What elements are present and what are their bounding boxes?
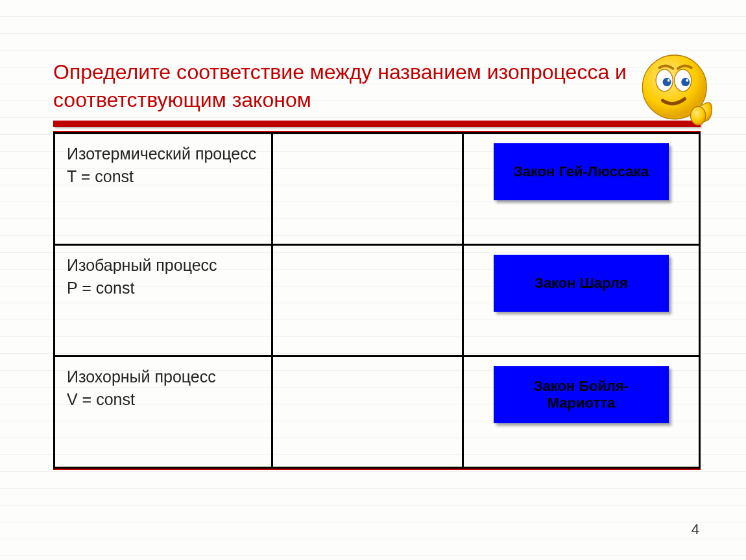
law-card[interactable]: Закон Гей-Люссака bbox=[494, 143, 669, 200]
law-cell: Закон Шарля bbox=[463, 245, 699, 356]
matching-table: Изотермический процесс T = const Закон Г… bbox=[53, 132, 701, 469]
svg-point-4 bbox=[681, 78, 690, 86]
process-cell: Изохорный процесс V = const bbox=[54, 356, 272, 468]
process-equation: T = const bbox=[67, 167, 259, 186]
table-row: Изобарный процесс P = const Закон Шарля bbox=[54, 245, 700, 356]
law-cell: Закон Бойля-Мариотта bbox=[463, 356, 699, 468]
process-cell: Изотермический процесс T = const bbox=[54, 134, 272, 245]
table-row: Изотермический процесс T = const Закон Г… bbox=[54, 134, 700, 245]
drop-target-cell[interactable] bbox=[272, 134, 463, 245]
law-card[interactable]: Закон Бойля-Мариотта bbox=[494, 366, 669, 423]
law-cell: Закон Гей-Люссака bbox=[463, 134, 699, 245]
drop-target-cell[interactable] bbox=[272, 245, 463, 356]
process-name: Изохорный процесс bbox=[67, 366, 259, 388]
drop-target-cell[interactable] bbox=[272, 356, 463, 468]
process-name: Изотермический процесс bbox=[67, 143, 259, 165]
bottom-rule bbox=[53, 469, 701, 470]
svg-point-7 bbox=[691, 106, 706, 125]
slide: Определите соответствие между названием … bbox=[0, 0, 746, 560]
svg-point-3 bbox=[663, 78, 671, 86]
page-number: 4 bbox=[692, 521, 699, 538]
process-name: Изобарный процесс bbox=[67, 255, 259, 276]
thinking-emoji-icon bbox=[636, 47, 720, 131]
process-equation: V = const bbox=[67, 390, 259, 409]
process-equation: P = const bbox=[67, 279, 259, 298]
slide-title: Определите соответствие между названием … bbox=[53, 58, 637, 114]
title-underline-thick bbox=[53, 121, 701, 127]
table-row: Изохорный процесс V = const Закон Бойля-… bbox=[54, 356, 700, 468]
law-card[interactable]: Закон Шарля bbox=[494, 255, 669, 312]
svg-point-5 bbox=[668, 79, 670, 82]
svg-point-6 bbox=[686, 79, 688, 82]
process-cell: Изобарный процесс P = const bbox=[54, 245, 272, 356]
